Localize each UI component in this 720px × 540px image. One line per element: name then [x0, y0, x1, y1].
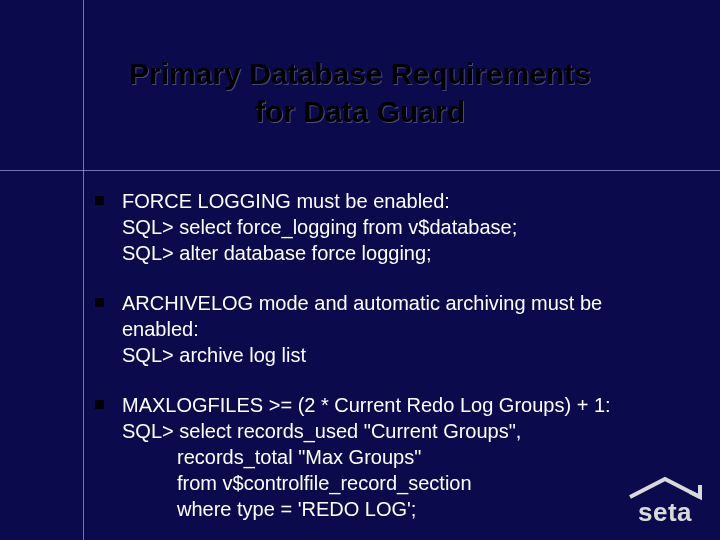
- horizontal-divider: [0, 170, 720, 171]
- content-area: FORCE LOGGING must be enabled: SQL> sele…: [95, 188, 680, 540]
- bullet-line: SQL> select records_used "Current Groups…: [122, 420, 521, 442]
- brand-text: seta: [638, 497, 692, 528]
- title-line-1: Primary Database Requirements: [129, 57, 591, 90]
- bullet-square-icon: [95, 196, 104, 205]
- bullet-head: ARCHIVELOG mode and automatic archiving …: [122, 292, 602, 340]
- bullet-line: from v$controlfile_record_section: [122, 472, 472, 494]
- brand-logo: seta: [628, 475, 702, 528]
- bullet-item: MAXLOGFILES >= (2 * Current Redo Log Gro…: [95, 392, 680, 522]
- bullet-head: FORCE LOGGING must be enabled:: [122, 190, 450, 212]
- bullet-square-icon: [95, 298, 104, 307]
- bullet-head: MAXLOGFILES >= (2 * Current Redo Log Gro…: [122, 394, 611, 416]
- bullet-line: SQL> select force_logging from v$databas…: [122, 216, 517, 238]
- title-line-2: for Data Guard: [255, 95, 465, 128]
- bullet-line: where type = 'REDO LOG';: [122, 498, 416, 520]
- bullet-line: SQL> alter database force logging;: [122, 242, 432, 264]
- slide-title: Primary Database Requirements for Data G…: [0, 55, 720, 130]
- title-bar: Primary Database Requirements for Data G…: [0, 55, 720, 130]
- bullet-body: MAXLOGFILES >= (2 * Current Redo Log Gro…: [122, 392, 611, 522]
- bullet-line: records_total "Max Groups": [122, 446, 421, 468]
- bullet-item: ARCHIVELOG mode and automatic archiving …: [95, 290, 680, 368]
- bullet-square-icon: [95, 400, 104, 409]
- bullet-line: SQL> archive log list: [122, 344, 306, 366]
- bullet-body: ARCHIVELOG mode and automatic archiving …: [122, 290, 680, 368]
- slide: Primary Database Requirements for Data G…: [0, 0, 720, 540]
- bullet-item: FORCE LOGGING must be enabled: SQL> sele…: [95, 188, 680, 266]
- bullet-body: FORCE LOGGING must be enabled: SQL> sele…: [122, 188, 517, 266]
